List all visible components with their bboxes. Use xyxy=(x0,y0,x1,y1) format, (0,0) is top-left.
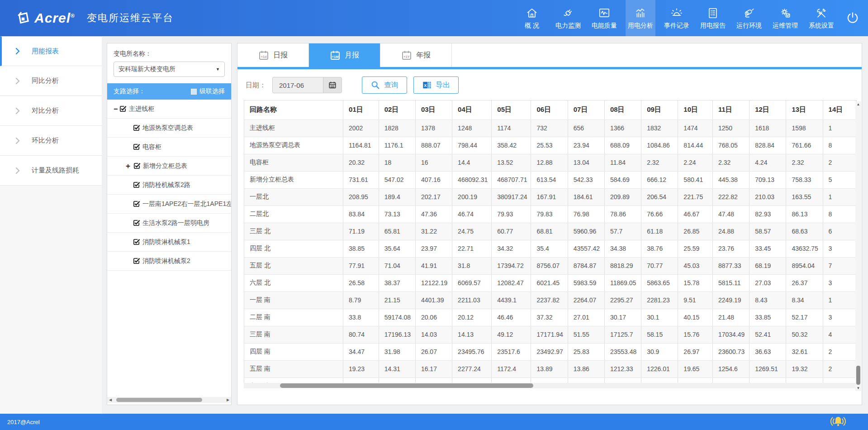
value-cell: 13.86 xyxy=(568,360,604,377)
tree-item-3[interactable]: 电容柜 xyxy=(107,138,231,157)
calendar-badge-icon: +1d xyxy=(258,50,269,61)
value-cell: 13.04 xyxy=(568,154,604,171)
value-cell: 71.04 xyxy=(379,257,415,274)
top-navbar: Acrel® 变电所运维云平台 概 况电力监测电能质量用电分析事件记录用电报告运… xyxy=(0,0,868,36)
sidebar-item-3[interactable]: 对比分析 xyxy=(0,96,102,126)
nav-item-6[interactable]: 用电报告 xyxy=(698,0,728,36)
nav-item-9[interactable]: 系统设置 xyxy=(806,0,836,36)
tree-horizontal-scrollbar[interactable]: ◀ ▶ xyxy=(107,397,231,403)
sidebar-item-5[interactable]: 计量及线路损耗 xyxy=(0,156,102,186)
date-input[interactable] xyxy=(272,77,323,93)
power-icon[interactable] xyxy=(845,11,860,25)
tab-3[interactable]: +1Y年报 xyxy=(380,43,452,67)
column-header-day: 05日 xyxy=(492,100,531,119)
sidebar-item-1[interactable]: 用能报表 xyxy=(0,36,102,66)
checked-checkbox-icon[interactable] xyxy=(133,124,140,132)
tree-item-4[interactable]: ＋新增分立柜总表 xyxy=(107,157,231,176)
value-cell: 79.83 xyxy=(531,205,568,223)
column-header-circuit-name: 回路名称 xyxy=(244,100,343,119)
value-cell: 86.13 xyxy=(786,205,823,223)
value-cell: 38.37 xyxy=(379,274,415,291)
scroll-down-icon[interactable]: ▼ xyxy=(855,385,861,391)
tree-item-2[interactable]: 地源热泵空调总表 xyxy=(107,119,231,138)
query-button[interactable]: 查询 xyxy=(362,76,407,94)
tree-item-6[interactable]: 一层南1APE2右一层北1APE1左 xyxy=(107,195,231,214)
nav-item-2[interactable]: 电力监测 xyxy=(553,0,583,36)
tree-item-9[interactable]: 消防喷淋机械泵2 xyxy=(107,252,231,271)
tree-scroll-thumb[interactable] xyxy=(116,398,202,402)
table-row: 四层 南34.4731.9826.0723495.7623517.623492.… xyxy=(244,343,856,360)
expand-icon[interactable]: ＋ xyxy=(124,162,132,170)
sidebar-item-4[interactable]: 环比分析 xyxy=(0,126,102,156)
tree-item-label: 一层南1APE2右一层北1APE1左 xyxy=(142,200,231,208)
branch-tree-panel: 变电所名称： 安科瑞新大楼变电所 ▼ 支路选择： 级联选择 −主进线柜地源热泵空… xyxy=(107,43,232,405)
column-header-day: 01日 xyxy=(343,100,379,119)
value-cell: 30.17 xyxy=(604,309,641,326)
value-cell: 206.54 xyxy=(641,188,678,205)
tree-item-1[interactable]: −主进线柜 xyxy=(107,100,231,119)
value-cell: 732 xyxy=(531,119,568,137)
value-cell: 68.19 xyxy=(749,257,786,274)
value-cell: 45.03 xyxy=(678,257,713,274)
station-select-value: 安科瑞新大楼变电所 xyxy=(119,65,175,73)
table-hscroll-thumb[interactable] xyxy=(280,383,533,388)
value-cell: 709.13 xyxy=(749,171,786,188)
value-cell: 656 xyxy=(568,119,604,137)
nav-item-label: 系统设置 xyxy=(809,22,834,30)
value-cell: 17196.13 xyxy=(379,326,415,343)
value-cell: 23600.73 xyxy=(712,343,749,360)
alarm-bell-icon[interactable] xyxy=(828,414,848,429)
tab-1[interactable]: +1d日报 xyxy=(237,43,309,67)
nav-item-5[interactable]: 事件记录 xyxy=(662,0,692,36)
circuit-name-cell: 二层北 xyxy=(244,205,343,223)
column-header-day: 08日 xyxy=(604,100,641,119)
scroll-right-icon[interactable]: ▶ xyxy=(225,398,231,402)
tab-2[interactable]: +1M月报 xyxy=(309,43,380,67)
value-cell: 58.15 xyxy=(641,326,678,343)
cascade-checkbox[interactable] xyxy=(191,89,197,95)
scroll-up-icon[interactable]: ▲ xyxy=(855,101,861,107)
scroll-left-icon[interactable]: ◀ xyxy=(107,398,114,402)
collapse-icon[interactable]: − xyxy=(114,105,118,113)
table-row: 一层北208.95189.4202.17200.19380917.24167.9… xyxy=(244,188,856,205)
tree-item-7[interactable]: 生活水泵2路一层弱电房 xyxy=(107,214,231,233)
checked-checkbox-icon[interactable] xyxy=(133,143,140,151)
nav-item-7[interactable]: 运行环境 xyxy=(734,0,764,36)
tree-scroll-track[interactable] xyxy=(114,397,225,402)
value-cell: 23.76 xyxy=(712,240,749,257)
table-horizontal-scrollbar[interactable] xyxy=(244,383,857,388)
sidebar-item-2[interactable]: 同比分析 xyxy=(0,66,102,96)
checked-checkbox-icon[interactable] xyxy=(133,200,140,208)
copyright-text: 2017@Acrel xyxy=(7,419,40,425)
export-button[interactable]: X 导出 xyxy=(413,76,459,94)
value-cell: 5863.65 xyxy=(641,274,678,291)
tree-item-8[interactable]: 消防喷淋机械泵1 xyxy=(107,233,231,252)
checked-checkbox-icon[interactable] xyxy=(133,257,140,265)
cascade-select[interactable]: 级联选择 xyxy=(191,87,225,96)
nav-item-8[interactable]: 运维管理 xyxy=(770,0,800,36)
value-cell: 23.97 xyxy=(415,240,452,257)
value-cell: 8.34 xyxy=(786,291,823,309)
table-header-row: 回路名称01日02日03日04日05日06日07日08日09日10日11日12日… xyxy=(244,100,856,119)
value-cell: 94.78 xyxy=(786,377,823,383)
column-header-day: 11日 xyxy=(712,100,749,119)
nav-item-3[interactable]: 电能质量 xyxy=(589,0,619,36)
alarm-icon xyxy=(670,7,683,19)
nav-item-4[interactable]: 用电分析 xyxy=(626,0,655,36)
checked-checkbox-icon[interactable] xyxy=(133,238,140,246)
nav-item-1[interactable]: 概 况 xyxy=(517,0,547,36)
checked-checkbox-icon[interactable] xyxy=(133,181,140,189)
checked-checkbox-icon[interactable] xyxy=(133,219,140,227)
station-select[interactable]: 安科瑞新大楼变电所 ▼ xyxy=(114,62,225,77)
table-vertical-scrollbar[interactable]: ▲ ▼ xyxy=(855,101,861,391)
circuit-name-cell: 二层 南 xyxy=(244,309,343,326)
left-sidebar: 用能报表同比分析对比分析环比分析计量及线路损耗 xyxy=(0,36,102,414)
table-vscroll-thumb[interactable] xyxy=(856,366,860,385)
tree-item-5[interactable]: 消防栓机械泵2路 xyxy=(107,176,231,195)
checked-checkbox-icon[interactable] xyxy=(133,162,141,170)
calendar-button[interactable] xyxy=(323,77,342,93)
value-cell: 46.67 xyxy=(678,205,713,223)
value-cell: 83.84 xyxy=(343,205,379,223)
checked-checkbox-icon[interactable] xyxy=(119,105,127,113)
value-cell: 8784.87 xyxy=(568,257,604,274)
